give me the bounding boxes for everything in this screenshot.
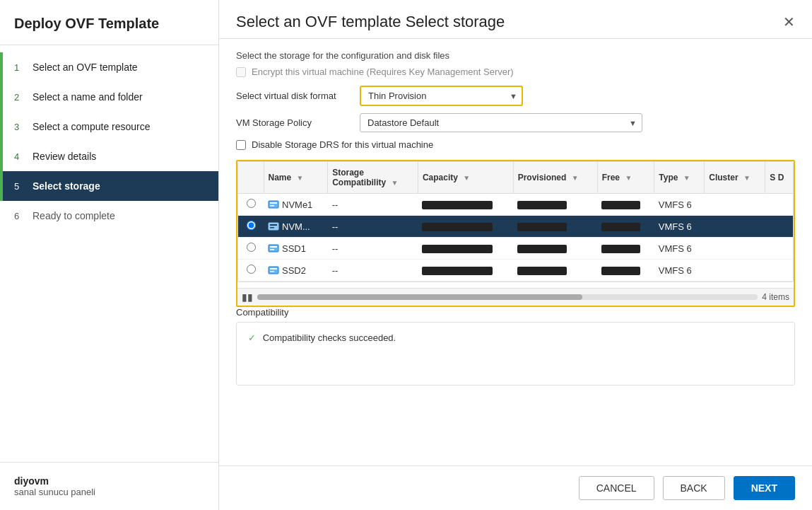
name-cell-nvme1: NVMe1: [264, 194, 328, 216]
radio-nvme1[interactable]: [247, 199, 256, 208]
table-row[interactable]: NVM...--VMFS 6: [238, 216, 793, 238]
svg-rect-2: [270, 205, 274, 207]
compat-filter-icon[interactable]: ▼: [391, 179, 398, 187]
scroll-thumb: [257, 294, 582, 300]
vm-storage-policy-row: VM Storage Policy Datastore Default ▼: [236, 113, 795, 132]
svg-rect-6: [269, 245, 278, 252]
next-button[interactable]: NEXT: [734, 476, 795, 500]
scroll-track[interactable]: [257, 294, 758, 300]
step-label-5: Select storage: [33, 180, 100, 192]
vm-storage-policy-select-wrapper: Datastore Default ▼: [360, 113, 642, 132]
sidebar-step-1[interactable]: 1Select an OVF template: [0, 52, 218, 82]
free-cell-nvm: [597, 216, 654, 238]
disk-format-row: Select virtual disk format Thin Provisio…: [236, 86, 795, 106]
cluster-cell-nvme1: [705, 194, 765, 216]
vm-name: diyovm: [14, 475, 204, 487]
col-radio: [238, 162, 264, 194]
col-name: Name ▼: [264, 162, 328, 194]
sd-cell-ssd2: [765, 260, 793, 282]
step-label-3: Select a compute resource: [33, 121, 151, 132]
table-row[interactable]: NVMe1--VMFS 6: [238, 194, 793, 216]
free-cell-nvme1: [597, 194, 654, 216]
sidebar-step-6: 6Ready to complete: [0, 201, 218, 231]
back-button[interactable]: BACK: [663, 476, 725, 500]
provisioned-cell-ssd2: [513, 260, 597, 282]
type-cell-ssd1: VMFS 6: [654, 238, 705, 260]
step-label-6: Ready to complete: [33, 210, 115, 221]
svg-rect-5: [270, 227, 274, 228]
scrollbar-area: ▮▮ 4 items: [237, 288, 794, 306]
compat-cell-nvm: --: [328, 216, 418, 238]
sd-cell-nvm: [765, 216, 793, 238]
storage-table-outer: Name ▼ StorageCompatibility ▼ Capacity ▼…: [236, 160, 795, 307]
step-num-5: 5: [14, 181, 25, 192]
radio-nvm[interactable]: [247, 221, 256, 230]
capacity-cell-nvme1: [418, 194, 513, 216]
sidebar-step-4[interactable]: 4Review details: [0, 141, 218, 171]
col-capacity: Capacity ▼: [418, 162, 513, 194]
table-row[interactable]: SSD1--VMFS 6: [238, 238, 793, 260]
capacity-cell-ssd1: [418, 238, 513, 260]
type-filter-icon[interactable]: ▼: [683, 174, 690, 182]
col-type: Type ▼: [654, 162, 705, 194]
provisioned-cell-nvme1: [513, 194, 597, 216]
dialog-footer: CANCEL BACK NEXT: [219, 465, 812, 510]
items-count: 4 items: [762, 292, 789, 302]
cluster-cell-ssd2: [705, 260, 765, 282]
radio-ssd2[interactable]: [247, 265, 256, 274]
svg-rect-11: [270, 271, 274, 272]
free-filter-icon[interactable]: ▼: [625, 174, 632, 182]
vm-storage-policy-control: Datastore Default ▼: [360, 113, 795, 132]
disk-format-control: Thin Provision Thick Provision Lazy Zero…: [360, 86, 795, 106]
sidebar-step-5[interactable]: 5Select storage: [0, 171, 218, 201]
close-button[interactable]: ✕: [783, 15, 795, 29]
storage-table-container: Name ▼ StorageCompatibility ▼ Capacity ▼…: [237, 161, 794, 282]
sidebar-step-3[interactable]: 3Select a compute resource: [0, 112, 218, 141]
name-filter-icon[interactable]: ▼: [297, 174, 304, 182]
radio-cell-ssd1: [238, 238, 264, 260]
compat-cell-nvme1: --: [328, 194, 418, 216]
disk-format-select[interactable]: Thin Provision Thick Provision Lazy Zero…: [361, 87, 510, 105]
vm-storage-policy-select[interactable]: Datastore Default: [360, 113, 642, 132]
dialog-body: Select the storage for the configuration…: [219, 39, 812, 465]
vm-storage-policy-label: VM Storage Policy: [236, 117, 360, 128]
disable-drs-row: Disable Storage DRS for this virtual mac…: [236, 139, 795, 150]
radio-cell-nvme1: [238, 194, 264, 216]
cluster-cell-ssd1: [705, 238, 765, 260]
disk-format-select-wrapper: Thin Provision Thick Provision Lazy Zero…: [360, 86, 523, 106]
cluster-cell-nvm: [705, 216, 765, 238]
svg-rect-10: [270, 268, 277, 270]
svg-rect-7: [270, 246, 277, 248]
compatibility-label: Compatibility: [236, 307, 795, 318]
provisioned-filter-icon[interactable]: ▼: [572, 174, 579, 182]
type-cell-nvme1: VMFS 6: [654, 194, 705, 216]
freeze-icon[interactable]: ▮▮: [242, 291, 253, 303]
sd-cell-ssd1: [765, 238, 793, 260]
disk-format-chevron-icon: ▼: [510, 92, 517, 100]
svg-rect-9: [269, 267, 278, 274]
cancel-button[interactable]: CANCEL: [579, 476, 654, 500]
compatibility-message: Compatibility checks succeeded.: [263, 332, 396, 343]
step-label-4: Review details: [33, 151, 96, 162]
radio-ssd1[interactable]: [247, 243, 256, 252]
encrypt-checkbox[interactable]: [236, 67, 246, 77]
cluster-filter-icon[interactable]: ▼: [743, 174, 751, 182]
storage-table: Name ▼ StorageCompatibility ▼ Capacity ▼…: [238, 162, 793, 282]
main-dialog: Select an OVF template Select storage ✕ …: [219, 0, 812, 510]
col-sd: S D: [765, 162, 793, 194]
provisioned-cell-nvm: [513, 216, 597, 238]
description-text: Select the storage for the configuration…: [236, 50, 795, 61]
type-cell-ssd2: VMFS 6: [654, 260, 705, 282]
capacity-filter-icon[interactable]: ▼: [463, 174, 470, 182]
step-label-2: Select a name and folder: [33, 91, 143, 103]
disable-drs-label: Disable Storage DRS for this virtual mac…: [252, 139, 433, 150]
vm-sub: sanal sunucu paneli: [14, 487, 204, 497]
free-cell-ssd1: [597, 238, 654, 260]
disk-format-label: Select virtual disk format: [236, 91, 360, 101]
encrypt-row: Encrypt this virtual machine (Requires K…: [236, 66, 795, 77]
disable-drs-checkbox[interactable]: [236, 140, 246, 150]
sidebar-step-2[interactable]: 2Select a name and folder: [0, 82, 218, 112]
table-row[interactable]: SSD2--VMFS 6: [238, 260, 793, 282]
sidebar-steps: 1Select an OVF template2Select a name an…: [0, 45, 218, 462]
step-num-1: 1: [14, 62, 25, 73]
